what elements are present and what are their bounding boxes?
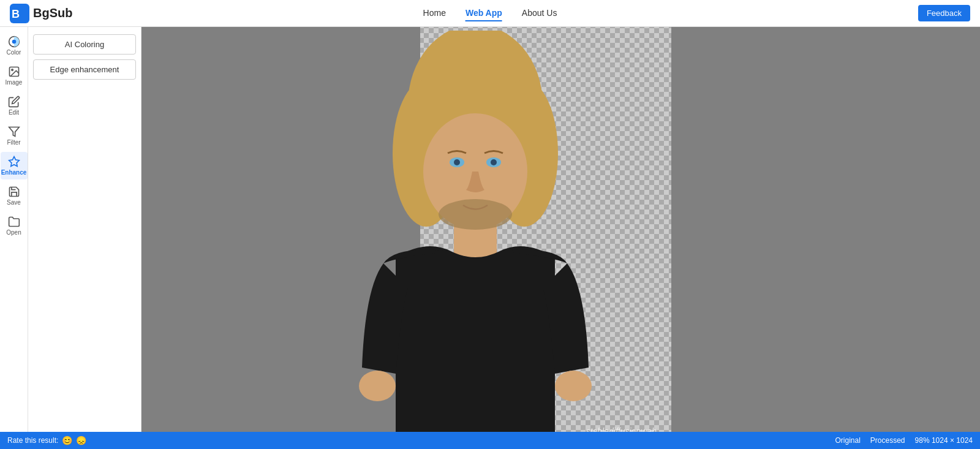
logo-icon: B [10, 4, 29, 23]
sidebar-item-open[interactable]: Open [1, 212, 28, 240]
image-icon [8, 66, 20, 78]
svg-marker-7 [9, 157, 19, 167]
nav-about[interactable]: About Us [522, 6, 557, 21]
nav-home[interactable]: Home [423, 6, 446, 21]
svg-point-18 [359, 371, 396, 401]
filter-icon [8, 126, 20, 138]
main-nav: Home Web App About Us [423, 6, 557, 21]
ai-coloring-button[interactable]: AI Coloring [33, 34, 136, 55]
feedback-button[interactable]: Feedback [918, 5, 970, 21]
svg-point-5 [11, 69, 12, 71]
sidebar-item-image[interactable]: Image [1, 62, 28, 89]
enhance-label: Enhance [1, 169, 27, 176]
smile-icon[interactable]: 😊 [62, 436, 72, 445]
svg-text:B: B [12, 8, 20, 20]
edit-label: Edit [9, 109, 19, 116]
nav-webapp[interactable]: Web App [466, 6, 502, 21]
bottom-info: Original Processed 98% 1024 × 1024 [835, 436, 973, 445]
svg-point-17 [439, 199, 512, 230]
tool-panel: AI Coloring Edge enhancement [28, 27, 141, 432]
open-label: Open [6, 229, 21, 236]
color-icon [8, 36, 20, 48]
rate-section: Rate this result: 😊 😞 [7, 436, 86, 445]
sidebar: Color Image Edit Filter [0, 27, 28, 432]
sidebar-item-color[interactable]: Color [1, 32, 28, 59]
edge-enhancement-button[interactable]: Edge enhancement [33, 59, 136, 80]
header: B BgSub Home Web App About Us Feedback [0, 0, 980, 27]
main-content: Color Image Edit Filter [0, 27, 980, 432]
save-label: Save [7, 199, 21, 206]
zoom-level: 98% 1024 × 1024 [915, 436, 973, 445]
image-container: stablediffusionweb... [267, 27, 671, 432]
svg-marker-6 [9, 127, 19, 137]
svg-point-19 [555, 371, 592, 401]
enhance-icon [8, 156, 20, 168]
svg-point-16 [491, 159, 497, 165]
right-panel [796, 27, 980, 432]
rate-label: Rate this result: [7, 436, 58, 445]
sidebar-item-edit[interactable]: Edit [1, 92, 28, 119]
save-icon [8, 186, 20, 198]
open-icon [8, 216, 20, 228]
logo-text: BgSub [33, 6, 72, 20]
canvas-area: stablediffusionweb... [141, 27, 796, 432]
image-label: Image [6, 79, 23, 86]
original-label: Original [835, 436, 860, 445]
svg-point-15 [454, 159, 460, 165]
edit-icon [8, 96, 20, 108]
filter-label: Filter [7, 139, 20, 146]
frown-icon[interactable]: 😞 [76, 436, 86, 445]
svg-point-3 [12, 40, 16, 44]
logo-area[interactable]: B BgSub [10, 4, 72, 23]
processed-label: Processed [870, 436, 905, 445]
sidebar-item-enhance[interactable]: Enhance [1, 152, 28, 179]
bottom-bar: Rate this result: 😊 😞 Original Processed… [0, 432, 980, 449]
sidebar-item-filter[interactable]: Filter [1, 122, 28, 149]
watermark: stablediffusionweb... [586, 426, 664, 432]
subject-image [347, 31, 604, 432]
sidebar-item-save[interactable]: Save [1, 182, 28, 209]
color-label: Color [7, 49, 21, 56]
